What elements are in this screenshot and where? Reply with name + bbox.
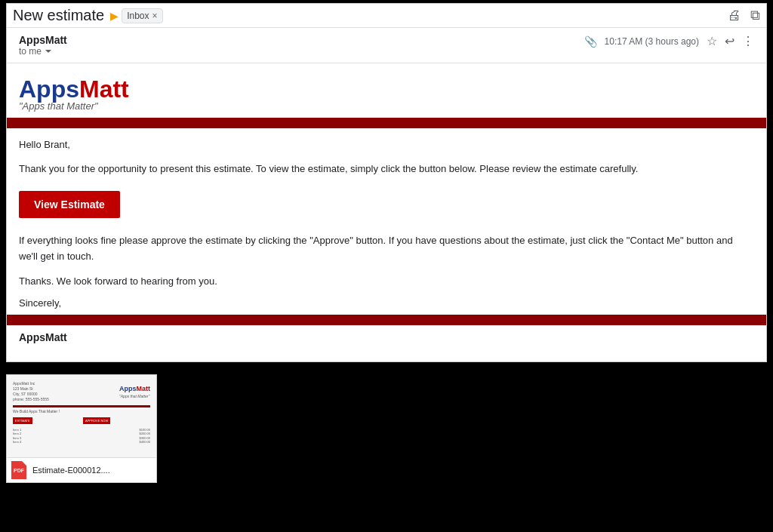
email-timestamp: 10:17 AM (3 hours ago) [605,36,699,47]
sender-to: to me [19,46,584,57]
pdf-corner [22,461,26,466]
more-options-icon[interactable]: ⋮ [742,34,754,48]
star-icon[interactable]: ☆ [707,34,717,48]
attachment-area: AppsMatt Inc 123 Main St City, ST 00000 … [0,365,773,492]
pdf-icon: PDF [11,461,29,479]
meta-actions: ☆ ↩ ⋮ [707,34,754,48]
sender-info: AppsMatt to me [19,34,584,57]
thanks-text: Thanks. We look forward to hearing from … [19,274,754,289]
attachment-indicator-icon: 📎 [584,35,597,48]
thumb-col-left: ESTIMATE Item 1 Item 2 Item 3 Item 4 [13,416,80,444]
sender-row: AppsMatt to me 📎 10:17 AM (3 hours ago) … [7,28,766,63]
attachment-label: PDF Estimate-E000012.... [7,458,156,482]
header-actions: 🖨 ⧉ [728,8,760,23]
logo-tagline: "Apps that Matter" [19,100,754,112]
sender-meta: 📎 10:17 AM (3 hours ago) ☆ ↩ ⋮ [584,34,754,48]
thumb-content-row: ESTIMATE Item 1 Item 2 Item 3 Item 4 APP… [13,416,150,444]
approval-text: If everything looks fine please approve … [19,233,754,265]
attachment-filename: Estimate-E000012.... [32,466,110,475]
reply-icon[interactable]: ↩ [725,34,735,48]
inbox-close-icon[interactable]: × [152,11,158,21]
open-external-icon[interactable]: ⧉ [750,8,760,23]
view-estimate-button[interactable]: View Estimate [19,191,120,218]
sender-to-chevron[interactable] [45,50,51,53]
pdf-icon-inner: PDF [11,461,26,479]
signature-name: AppsMatt [19,331,754,343]
email-container: New estimate ▶ Inbox × 🖨 ⧉ AppsMatt to m… [6,3,767,362]
logo-area: AppsMatt "Apps that Matter" [19,75,754,112]
thumb-preview-inner: AppsMatt Inc 123 Main St City, ST 00000 … [13,381,150,444]
email-subject: New estimate [13,7,104,24]
sincerely-text: Sincerely, [19,297,754,309]
sender-name: AppsMatt [19,34,584,46]
thumb-col-right: APPROVE NOW $100.00 $200.00 $300.00 $400… [83,416,150,444]
email-header-bar: New estimate ▶ Inbox × 🖨 ⧉ [7,4,766,28]
email-body: AppsMatt "Apps that Matter" Hello Brant,… [7,63,766,361]
inbox-badge: Inbox × [122,8,162,23]
thumb-red-bar [13,405,150,407]
bottom-red-bar [7,315,766,325]
print-icon[interactable]: 🖨 [728,8,741,23]
arrow-icon: ▶ [110,10,119,22]
intro-text: Thank you for the opportunity to present… [19,161,754,177]
attachment-preview: AppsMatt Inc 123 Main St City, ST 00000 … [7,375,156,458]
attachment-thumbnail[interactable]: AppsMatt Inc 123 Main St City, ST 00000 … [6,374,157,483]
logo-apps-text: Apps [19,75,79,103]
greeting-text: Hello Brant, [19,137,754,152]
logo-matt-text: Matt [79,75,129,103]
thumb-logo-row: AppsMatt Inc 123 Main St City, ST 00000 … [13,381,150,402]
top-red-bar [7,118,766,128]
inbox-label: Inbox [127,11,149,21]
